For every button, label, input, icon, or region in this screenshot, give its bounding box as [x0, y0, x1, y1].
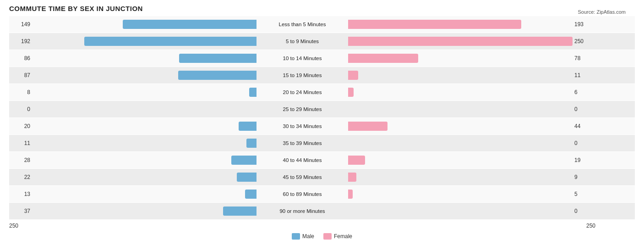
female-value: 193	[573, 21, 595, 28]
female-value: 44	[573, 123, 595, 129]
row-label: 5 to 9 Minutes	[257, 39, 348, 44]
male-bar	[249, 88, 257, 97]
female-bar-container	[348, 37, 573, 46]
male-value: 149	[9, 21, 32, 28]
legend-male: Male	[292, 233, 314, 240]
female-bar	[348, 88, 354, 97]
male-bar-container	[32, 37, 257, 46]
male-bar-container	[32, 156, 257, 165]
female-value: 250	[573, 38, 595, 45]
female-bar-container	[348, 122, 573, 131]
female-value: 11	[573, 72, 595, 78]
female-bar-container	[348, 139, 573, 148]
male-value: 11	[9, 140, 32, 146]
male-value: 20	[9, 123, 32, 129]
male-bar	[123, 20, 257, 29]
row-label: Less than 5 Minutes	[257, 22, 348, 27]
chart-row: 37 90 or more Minutes 0	[9, 203, 635, 219]
legend-female-label: Female	[334, 233, 352, 240]
male-value: 0	[9, 106, 32, 112]
female-bar	[348, 156, 365, 165]
male-bar-container	[32, 71, 257, 80]
chart-row: 28 40 to 44 Minutes 19	[9, 152, 635, 168]
row-label: 60 to 89 Minutes	[257, 191, 348, 197]
row-label: 40 to 44 Minutes	[257, 157, 348, 163]
female-bar	[348, 20, 521, 29]
male-value: 22	[9, 174, 32, 180]
chart-row: 8 20 to 24 Minutes 6	[9, 84, 635, 100]
row-label: 20 to 24 Minutes	[257, 89, 348, 95]
female-bar	[348, 37, 573, 46]
female-bar-container	[348, 173, 573, 182]
male-bar	[178, 71, 257, 80]
row-label: 10 to 14 Minutes	[257, 56, 348, 61]
row-label: 15 to 19 Minutes	[257, 73, 348, 78]
female-value: 6	[573, 89, 595, 95]
female-bar-container	[348, 54, 573, 63]
row-label: 90 or more Minutes	[257, 208, 348, 214]
male-value: 37	[9, 208, 32, 214]
female-bar-container	[348, 20, 573, 29]
chart-row: 13 60 to 89 Minutes 5	[9, 186, 635, 202]
chart-row: 20 30 to 34 Minutes 44	[9, 118, 635, 134]
female-bar-container	[348, 71, 573, 80]
male-bar	[237, 173, 257, 182]
male-bar	[223, 207, 257, 216]
male-bar	[179, 54, 257, 63]
male-color-box	[292, 233, 300, 240]
female-value: 78	[573, 55, 595, 61]
female-value: 9	[573, 174, 595, 180]
chart-row: 86 10 to 14 Minutes 78	[9, 50, 635, 67]
male-bar-container	[32, 139, 257, 148]
male-bar-container	[32, 88, 257, 97]
male-value: 192	[9, 38, 32, 45]
female-bar-container	[348, 190, 573, 199]
legend-female: Female	[323, 233, 352, 240]
row-label: 25 to 29 Minutes	[257, 106, 348, 112]
male-bar-container	[32, 20, 257, 29]
male-bar-container	[32, 207, 257, 216]
male-bar-container	[32, 105, 257, 114]
female-bar	[348, 71, 358, 80]
male-value: 13	[9, 191, 32, 197]
female-bar	[348, 173, 356, 182]
row-label: 45 to 59 Minutes	[257, 174, 348, 180]
male-value: 28	[9, 157, 32, 163]
male-bar	[246, 139, 257, 148]
female-bar	[348, 190, 353, 199]
legend: Male Female	[9, 233, 635, 240]
male-bar	[245, 190, 257, 199]
male-bar	[84, 37, 257, 46]
row-label: 30 to 34 Minutes	[257, 123, 348, 129]
female-bar-container	[348, 88, 573, 97]
male-value: 87	[9, 72, 32, 78]
male-bar-container	[32, 54, 257, 63]
axis-row: 250 250	[9, 221, 635, 230]
chart-row: 192 5 to 9 Minutes 250	[9, 33, 635, 50]
chart-row: 149 Less than 5 Minutes 193	[9, 16, 635, 33]
male-value: 8	[9, 89, 32, 95]
female-bar	[348, 122, 387, 131]
male-bar-container	[32, 173, 257, 182]
female-value: 0	[573, 208, 595, 214]
female-bar	[348, 54, 418, 63]
row-label: 35 to 39 Minutes	[257, 140, 348, 146]
female-value: 0	[573, 140, 595, 146]
male-bar-container	[32, 190, 257, 199]
axis-left-value: 250	[9, 223, 257, 229]
rows-container: 149 Less than 5 Minutes 193 192 5 to 9 M…	[9, 16, 635, 219]
male-bar	[239, 122, 257, 131]
female-color-box	[323, 233, 332, 240]
male-value: 86	[9, 55, 32, 61]
chart-row: 11 35 to 39 Minutes 0	[9, 135, 635, 151]
chart-row: 22 45 to 59 Minutes 9	[9, 169, 635, 185]
female-value: 0	[573, 106, 595, 112]
female-value: 5	[573, 191, 595, 197]
female-bar-container	[348, 207, 573, 216]
chart-area: 149 Less than 5 Minutes 193 192 5 to 9 M…	[9, 16, 635, 240]
female-bar-container	[348, 156, 573, 165]
male-bar-container	[32, 122, 257, 131]
female-bar-container	[348, 105, 573, 114]
axis-right-value: 250	[257, 223, 595, 229]
chart-row: 0 25 to 29 Minutes 0	[9, 101, 635, 117]
